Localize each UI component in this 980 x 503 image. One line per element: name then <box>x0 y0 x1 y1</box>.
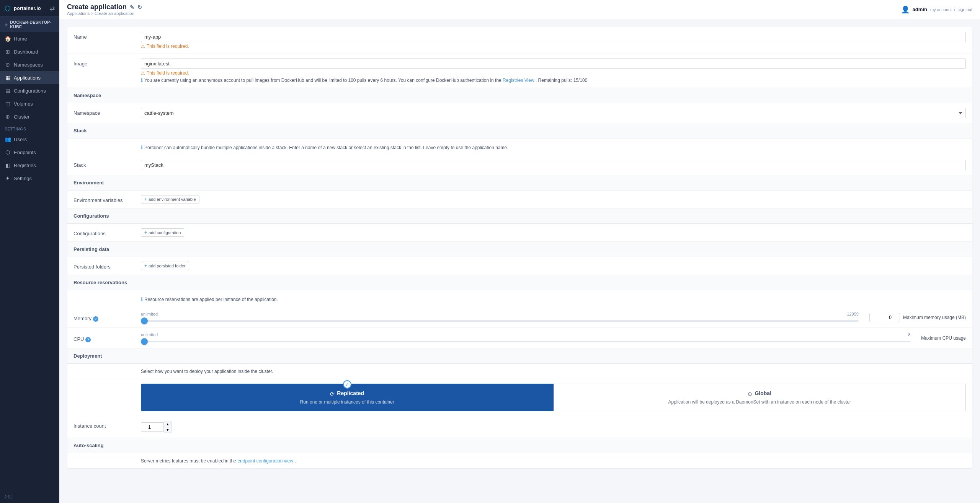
name-input[interactable] <box>141 32 966 42</box>
replicated-option[interactable]: ✓ ⟳ Replicated Run one or multiple insta… <box>141 384 554 411</box>
image-field: ⚠ This field is required. ℹ You are curr… <box>141 59 966 83</box>
plus-icon-config: + <box>144 230 147 235</box>
sidebar-item-endpoints[interactable]: ⬡ Endpoints <box>0 146 59 159</box>
global-deploy-icon: ⊙ <box>748 391 752 397</box>
global-option[interactable]: ⊙ Global Application will be deployed as… <box>554 384 966 411</box>
registries-view-link[interactable]: Registries View <box>503 78 534 83</box>
configurations-label: Configurations <box>74 228 135 236</box>
memory-min-label: unlimited <box>141 312 158 316</box>
instance-count-row: Instance count ▲ ▼ <box>67 416 972 438</box>
namespace-select[interactable]: cattle-system default kube-system <box>141 108 966 118</box>
warn-icon-image: ⚠ <box>141 70 145 76</box>
create-application-form: Name ⚠ This field is required. Image ⚠ T <box>67 27 972 469</box>
info-icon-resource: ℹ <box>141 296 143 302</box>
add-env-variable-button[interactable]: + add environment variable <box>141 195 199 203</box>
sidebar-item-home[interactable]: 🏠 Home <box>0 32 59 45</box>
stack-input[interactable] <box>141 160 966 170</box>
registries-icon: ◧ <box>5 162 11 168</box>
instance-count-input[interactable] <box>141 422 164 432</box>
sidebar-item-registries[interactable]: ◧ Registries <box>0 159 59 172</box>
topbar-left: Create application ✎ ↻ Applications > Cr… <box>67 3 142 16</box>
cpu-help-icon[interactable]: ? <box>85 337 91 342</box>
deployment-options: ✓ ⟳ Replicated Run one or multiple insta… <box>141 384 966 411</box>
persisted-folders-label: Persisted folders <box>74 262 135 270</box>
sidebar-item-configurations[interactable]: ▤ Configurations <box>0 84 59 97</box>
replicated-check-icon: ✓ <box>343 380 351 389</box>
env-vars-row: Environment variables + add environment … <box>67 190 972 208</box>
cpu-value-area: Maximum CPU usage <box>921 335 966 341</box>
sidebar-item-volumes[interactable]: ◫ Volumes <box>0 97 59 110</box>
memory-row: Memory ? unlimited 12959 Maximum memory … <box>67 307 972 328</box>
page-title-text: Create application <box>67 3 127 11</box>
sidebar-item-configurations-label: Configurations <box>14 88 46 94</box>
add-configuration-button[interactable]: + add configuration <box>141 228 184 237</box>
namespace-label: Namespace <box>74 108 135 116</box>
instance-count-spinner: ▲ ▼ <box>141 421 966 433</box>
persisting-section-header: Persisting data <box>67 242 972 257</box>
instance-count-field: ▲ ▼ <box>141 421 966 433</box>
image-input[interactable] <box>141 59 966 69</box>
sign-out-link[interactable]: sign out <box>957 7 972 12</box>
refresh-icon[interactable]: ↻ <box>137 4 142 10</box>
image-warning-text: This field is required. <box>147 70 189 76</box>
main-content: Create application ✎ ↻ Applications > Cr… <box>59 0 980 503</box>
sidebar-item-namespaces[interactable]: ⊙ Namespaces <box>0 58 59 71</box>
edit-icon[interactable]: ✎ <box>130 4 134 10</box>
add-env-label: add environment variable <box>149 197 196 202</box>
memory-value-input[interactable] <box>869 313 900 322</box>
endpoint-config-link[interactable]: endpoint configuration view <box>237 458 293 464</box>
cpu-label: CPU ? <box>74 334 135 342</box>
stack-label: Stack <box>74 160 135 168</box>
image-info-text: You are currently using an anonymous acc… <box>144 78 587 83</box>
topbar-user: 👤 admin my account / sign out <box>901 5 972 14</box>
stack-info-text: ℹ Portainer can automatically bundle mul… <box>141 145 966 150</box>
sidebar-item-applications[interactable]: ▦ Applications <box>0 71 59 84</box>
cpu-slider[interactable] <box>141 341 910 342</box>
resource-info-spacer <box>74 295 135 297</box>
sidebar-item-settings[interactable]: ✦ Settings <box>0 172 59 185</box>
breadcrumb-parent[interactable]: Applications <box>67 11 90 16</box>
add-persisted-folder-button[interactable]: + add persisted folder <box>141 262 189 270</box>
image-label: Image <box>74 59 135 67</box>
add-config-label: add configuration <box>149 230 181 235</box>
sidebar-toggle-icon[interactable]: ⇄ <box>50 5 55 12</box>
warn-icon-name: ⚠ <box>141 44 145 49</box>
global-desc: Application will be deployed as a Daemon… <box>560 399 960 405</box>
cluster-icon: ⊕ <box>5 114 11 120</box>
settings-icon: ✦ <box>5 175 11 181</box>
page-title: Create application ✎ ↻ <box>67 3 142 11</box>
deployment-options-row: ✓ ⟳ Replicated Run one or multiple insta… <box>67 379 972 416</box>
image-row: Image ⚠ This field is required. ℹ You ar… <box>67 54 972 88</box>
deployment-info-spacer <box>74 368 135 371</box>
spinner-buttons: ▲ ▼ <box>164 421 172 433</box>
stack-info-field: ℹ Portainer can automatically bundle mul… <box>141 143 966 150</box>
resource-info-field: ℹ Resource reservations are applied per … <box>141 295 966 302</box>
deployment-section-header: Deployment <box>67 348 972 364</box>
applications-icon: ▦ <box>5 75 11 81</box>
memory-help-icon[interactable]: ? <box>93 316 98 322</box>
sidebar-env: ⊕ DOCKER-DESKTOP-KUBE <box>0 17 59 32</box>
sidebar-item-dashboard[interactable]: ⊞ Dashboard <box>0 45 59 58</box>
memory-max-label: 12959 <box>847 312 859 316</box>
plus-icon-env: + <box>144 197 147 202</box>
name-field: ⚠ This field is required. <box>141 32 966 49</box>
sidebar-item-applications-label: Applications <box>14 75 41 81</box>
configurations-section-header: Configurations <box>67 208 972 224</box>
sidebar-item-registries-label: Registries <box>14 163 36 168</box>
plus-icon-folder: + <box>144 263 147 269</box>
sidebar-item-cluster[interactable]: ⊕ Cluster <box>0 110 59 123</box>
name-row: Name ⚠ This field is required. <box>67 27 972 54</box>
spinner-up-button[interactable]: ▲ <box>164 421 172 427</box>
sidebar-item-users[interactable]: 👥 Users <box>0 133 59 146</box>
my-account-link[interactable]: my account <box>930 7 952 12</box>
breadcrumb-current: Create an application <box>95 11 134 16</box>
memory-slider[interactable] <box>141 320 859 322</box>
sidebar-item-volumes-label: Volumes <box>14 101 33 107</box>
name-label: Name <box>74 32 135 40</box>
deployment-info-row: Select how you want to deploy your appli… <box>67 364 972 379</box>
global-title: Global <box>755 390 771 396</box>
user-icon: 👤 <box>901 5 910 14</box>
user-links: my account / sign out <box>930 7 972 12</box>
spinner-down-button[interactable]: ▼ <box>164 427 172 433</box>
env-vars-field: + add environment variable <box>141 195 966 203</box>
